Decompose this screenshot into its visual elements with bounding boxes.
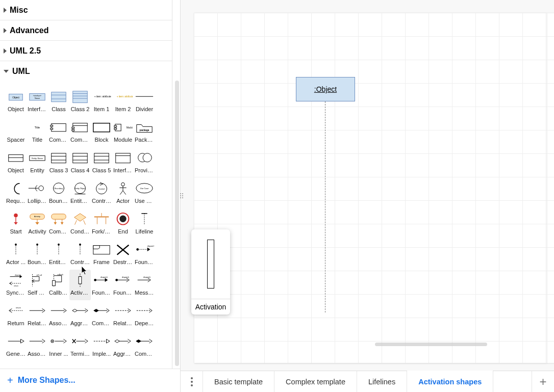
shape-stencil[interactable]: Bound... — [27, 239, 48, 270]
canvas-page[interactable]: :Object — [194, 13, 547, 363]
shape-stencil[interactable]: «interface»NameInterfa... — [27, 86, 48, 117]
shape-stencil[interactable]: Lollipo... — [27, 178, 48, 208]
shape-stencil[interactable]: ModuleModule — [112, 117, 134, 147]
shape-stencil[interactable]: Inner ... — [48, 331, 69, 361]
shape-thumb-icon — [113, 241, 133, 258]
shape-stencil[interactable]: Spacer — [5, 117, 27, 147]
shape-stencil[interactable]: returnReturn — [5, 300, 27, 331]
page-tab[interactable]: Complex template — [274, 371, 357, 392]
shape-stencil[interactable]: Frame — [91, 239, 112, 270]
shape-label: Bound... — [48, 198, 69, 204]
shape-stencil[interactable]: dispatchFound ... — [91, 270, 112, 300]
shape-stencil[interactable]: self callSelf Call — [27, 270, 48, 300]
shape-stencil[interactable]: Entity::NameEntity — [27, 147, 48, 178]
svg-rect-104 — [53, 280, 56, 285]
shape-stencil[interactable]: Start — [5, 208, 27, 239]
page-tab[interactable]: Activation shapes — [407, 371, 493, 392]
shape-stencil[interactable]: Class 4 — [69, 147, 91, 178]
shape-stencil[interactable]: Interfa... — [112, 147, 134, 178]
add-page-tab-button[interactable]: + — [532, 371, 554, 392]
shape-stencil[interactable]: Divider — [134, 86, 155, 117]
shape-stencil[interactable]: Class 5 — [91, 147, 112, 178]
shape-stencil[interactable]: callbackCallback — [48, 270, 69, 300]
shape-stencil[interactable]: + item: attributeItem 1 — [91, 86, 112, 117]
shape-stencil[interactable]: Requir... — [5, 178, 27, 208]
section-header-advanced[interactable]: Advanced — [0, 20, 172, 40]
shape-stencil[interactable]: Conditi... — [69, 208, 91, 239]
page-tab[interactable]: Basic template — [203, 371, 274, 392]
shape-stencil[interactable]: Entity ... — [48, 239, 69, 270]
shape-label: Aggre... — [113, 351, 133, 357]
shape-stencil[interactable]: Depen... — [134, 300, 155, 331]
shape-stencil[interactable]: Fork/J... — [91, 208, 112, 239]
shape-stencil[interactable]: Block — [91, 117, 112, 147]
shape-stencil[interactable]: packagePackage — [134, 117, 155, 147]
svg-text:Name: Name — [35, 97, 40, 99]
shape-label: Divider — [134, 106, 155, 112]
page-tab[interactable]: Lifelines — [357, 371, 407, 392]
shape-stencil[interactable]: dispatchFound ... — [134, 239, 155, 270]
shape-stencil[interactable]: Associ... — [27, 331, 48, 361]
shape-stencil[interactable]: Relatio... — [112, 300, 134, 331]
shape-label: Requir... — [6, 198, 26, 204]
shape-stencil[interactable]: Class — [48, 86, 69, 117]
shape-stencil[interactable]: Comp... — [91, 300, 112, 331]
shape-stencil[interactable]: Class 3 — [48, 147, 69, 178]
shape-stencil[interactable]: Class 2 — [69, 86, 91, 117]
shape-label: Entity ... — [70, 198, 90, 204]
shape-stencil[interactable]: Termin... — [69, 331, 91, 361]
shape-stencil[interactable]: BoundaryBound... — [48, 178, 69, 208]
section-header-misc[interactable]: Misc — [0, 0, 172, 20]
shape-stencil[interactable]: Entity ObjectEntity ... — [69, 178, 91, 208]
shape-stencil[interactable]: Comp... — [48, 208, 69, 239]
shape-stencil[interactable]: Relatio... — [27, 300, 48, 331]
shape-label: Contro... — [70, 259, 90, 265]
shape-stencil[interactable]: Actor ... — [5, 239, 27, 270]
shape-label: Class 2 — [70, 106, 90, 112]
uml-lifeline[interactable] — [325, 101, 325, 312]
shape-stencil[interactable]: dispatchFound ... — [112, 270, 134, 300]
sidebar-splitter-handle[interactable] — [180, 193, 184, 199]
shape-stencil[interactable]: Comp... — [134, 331, 155, 361]
svg-text:dispatch: dispatch — [122, 276, 129, 278]
svg-point-138 — [180, 197, 181, 198]
shape-stencil[interactable]: Imple... — [91, 331, 112, 361]
shape-stencil[interactable]: Lifeline — [134, 208, 155, 239]
shape-stencil[interactable]: Aggre... — [112, 331, 134, 361]
shape-stencil[interactable]: Activat... — [69, 270, 91, 300]
shape-stencil[interactable]: ObjectObject — [5, 86, 27, 117]
shape-stencil[interactable]: Comp... — [48, 117, 69, 147]
svg-rect-39 — [94, 153, 109, 163]
shape-stencil[interactable]: dispatchMessa... — [134, 270, 155, 300]
shape-stencil[interactable]: Contro... — [69, 239, 91, 270]
svg-text:Module: Module — [127, 126, 133, 129]
shape-stencil[interactable]: ControlContro... — [91, 178, 112, 208]
shape-stencil[interactable]: TitleTitle — [27, 117, 48, 147]
svg-rect-70 — [52, 214, 66, 219]
shape-stencil[interactable]: Associ... — [5, 361, 27, 369]
shape-stencil[interactable]: Aggre... — [69, 300, 91, 331]
sidebar-scrollbar[interactable] — [175, 81, 179, 366]
uml-object-lifeline-head[interactable]: :Object — [296, 77, 355, 101]
shape-stencil[interactable]: Use CaseUse C... — [134, 178, 155, 208]
section-header-uml25[interactable]: UML 2.5 — [0, 41, 172, 61]
shape-stencil[interactable]: Comp... — [69, 117, 91, 147]
shape-thumb-icon — [134, 88, 155, 105]
shape-stencil[interactable]: Object — [5, 147, 27, 178]
shape-stencil[interactable]: ActivityActivity — [27, 208, 48, 239]
shape-label: Callback — [48, 290, 69, 296]
shape-stencil[interactable]: Associ... — [48, 300, 69, 331]
canvas-horizontal-scrollbar[interactable] — [375, 342, 549, 347]
more-shapes-button[interactable]: + More Shapes... — [0, 369, 180, 391]
shape-stencil[interactable]: End — [112, 208, 134, 239]
shape-stencil[interactable]: dispatchreturnSynchr... — [5, 270, 27, 300]
shape-stencil[interactable]: Actor — [112, 178, 134, 208]
canvas-area[interactable]: :Object Activation — [181, 0, 554, 371]
shape-stencil[interactable]: Provid... — [134, 147, 155, 178]
section-header-uml[interactable]: UML — [0, 61, 172, 81]
shape-stencil[interactable]: Destru... — [112, 239, 134, 270]
shape-stencil[interactable]: Gener... — [5, 331, 27, 361]
scrollbar-thumb[interactable] — [375, 343, 487, 346]
shape-stencil[interactable]: + item: attributeItem 2 — [112, 86, 134, 117]
tab-menu-button[interactable] — [181, 371, 203, 392]
